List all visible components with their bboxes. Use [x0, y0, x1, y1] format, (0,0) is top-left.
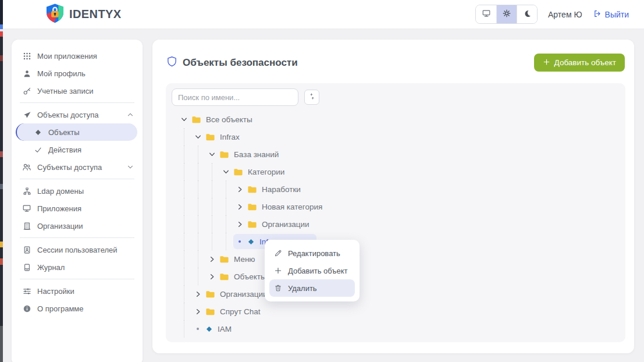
tree-node[interactable]: Спрут Chat	[191, 304, 261, 319]
search-input[interactable]	[172, 88, 298, 106]
sidebar-item-organizations[interactable]: Организации	[12, 217, 143, 235]
context-menu-item-delete[interactable]: Удалить	[269, 279, 355, 297]
chevron-right-icon[interactable]	[233, 183, 246, 196]
shield-icon	[166, 56, 177, 70]
context-menu-item-label: Редактировать	[288, 249, 340, 258]
apps-grid-icon	[22, 52, 31, 61]
add-object-button-label: Добавить объект	[554, 58, 616, 67]
folder-icon	[247, 185, 257, 194]
logout-button[interactable]: Выйти	[593, 9, 629, 20]
tree-node[interactable]: Новая категория	[233, 199, 322, 214]
context-menu-item-add-object[interactable]: Добавить объект	[269, 262, 355, 279]
chevron-down-icon[interactable]	[219, 165, 232, 178]
tree-row: Организации	[172, 215, 620, 233]
tree-guide	[191, 250, 205, 268]
tree-row: Категории	[172, 163, 620, 180]
moon-icon	[523, 9, 532, 20]
collapse-all-button[interactable]	[304, 90, 319, 105]
tree-row: Новая категория	[172, 198, 620, 215]
logo[interactable]: IDENTYX	[45, 3, 121, 26]
tree-guide	[191, 163, 205, 180]
sidebar-divider	[20, 179, 134, 179]
add-object-button[interactable]: Добавить объект	[534, 54, 625, 72]
sidebar-divider	[20, 237, 134, 238]
sidebar-item-label: Мой профиль	[37, 69, 86, 78]
main-header: Объекты безопасности Добавить объект	[152, 40, 634, 72]
chevron-down-icon[interactable]	[191, 130, 204, 143]
tree-node-label: Наработки	[262, 185, 301, 194]
sidebar-item-actions[interactable]: Действия	[12, 141, 143, 158]
theme-dark-button[interactable]	[517, 5, 537, 23]
sidebar-item-label: Объекты доступа	[37, 111, 98, 119]
tree-guide	[177, 268, 191, 285]
tree-guide	[177, 180, 191, 198]
tree-guide	[205, 180, 219, 198]
context-menu-item-label: Удалить	[288, 284, 317, 293]
tree-node-label: Организации	[220, 290, 268, 299]
page-title: Объекты безопасности	[166, 56, 298, 70]
sidebar-item-applications[interactable]: Приложения	[12, 200, 143, 217]
folder-icon	[247, 220, 257, 229]
chevron-right-icon[interactable]	[205, 253, 218, 265]
tree-node[interactable]: База знаний	[205, 147, 279, 162]
sidebar-item-journal[interactable]: Журнал	[12, 258, 143, 276]
tree-node[interactable]: Infrax	[191, 129, 240, 144]
chevron-right-icon[interactable]	[191, 288, 204, 300]
sidebar-item-my-profile[interactable]: Мой профиль	[12, 65, 143, 82]
monitor-icon	[22, 204, 31, 213]
tree-guide	[177, 285, 191, 303]
chevron-right-icon[interactable]	[233, 218, 246, 230]
sidebar-item-label: Учетные записи	[37, 87, 93, 95]
tree-node-label: Новая категория	[262, 203, 322, 211]
username: Артем Ю	[548, 10, 582, 19]
context-menu-item-label: Добавить объект	[288, 267, 347, 275]
sidebar-item-about[interactable]: О программе	[12, 300, 143, 317]
gear-icon	[502, 9, 511, 20]
tree-node[interactable]: IAM	[191, 321, 232, 336]
sidebar-item-label: Организации	[37, 222, 83, 230]
chevron-right-icon[interactable]	[191, 305, 204, 318]
diamond-dark-icon	[33, 129, 42, 136]
folder-icon	[219, 255, 229, 264]
tree-node[interactable]: Объекты у	[205, 269, 272, 284]
chevron-up-icon	[126, 111, 134, 119]
theme-settings-button[interactable]	[496, 5, 517, 23]
sidebar-item-access-subjects[interactable]: Субъекты доступа	[12, 158, 143, 176]
sidebar-item-objects[interactable]: Объекты	[16, 123, 137, 141]
diamond-icon	[247, 238, 255, 246]
chevron-down-icon[interactable]	[177, 113, 190, 126]
tree-node[interactable]: Организации	[191, 286, 268, 301]
chevron-down-icon[interactable]	[205, 148, 218, 161]
sidebar-item-access-objects[interactable]: Объекты доступа	[12, 106, 143, 123]
tree-guide	[191, 180, 205, 198]
tree-row: Организации	[172, 285, 620, 303]
folder-icon	[219, 272, 229, 281]
sidebar-item-ldap-domains[interactable]: Ldap домены	[12, 182, 143, 200]
sidebar-item-accounts[interactable]: Учетные записи	[12, 82, 143, 100]
tree-node-label: Infrax	[220, 133, 240, 141]
context-menu-item-edit[interactable]: Редактировать	[269, 244, 355, 262]
diamond-icon	[205, 325, 213, 333]
sidebar-item-my-apps[interactable]: Мои приложения	[12, 47, 143, 65]
tree-guide	[177, 198, 191, 215]
tree-node[interactable]: Меню	[205, 251, 255, 267]
folder-icon	[233, 168, 243, 176]
tree-node[interactable]: Все объекты	[177, 112, 252, 127]
plus-icon	[543, 58, 550, 68]
tree-node-label: IAM	[218, 325, 232, 333]
sidebar-item-settings[interactable]: Настройки	[12, 282, 143, 300]
tree-node[interactable]: Наработки	[233, 182, 301, 197]
theme-system-button[interactable]	[476, 5, 496, 23]
chevron-right-icon[interactable]	[233, 200, 246, 213]
sidebar-item-user-sessions[interactable]: Сессии пользователей	[12, 241, 143, 258]
tree-guide	[191, 215, 205, 233]
folder-icon	[205, 307, 215, 316]
logout-icon	[593, 9, 602, 20]
tree-guide	[177, 145, 191, 163]
chevron-right-icon[interactable]	[205, 270, 218, 283]
tree-node[interactable]: Организации	[233, 217, 309, 232]
tree-node[interactable]: Категории	[219, 164, 284, 179]
sidebar-divider	[20, 279, 134, 279]
monitor-icon	[482, 9, 491, 20]
bullet-icon	[197, 328, 199, 330]
